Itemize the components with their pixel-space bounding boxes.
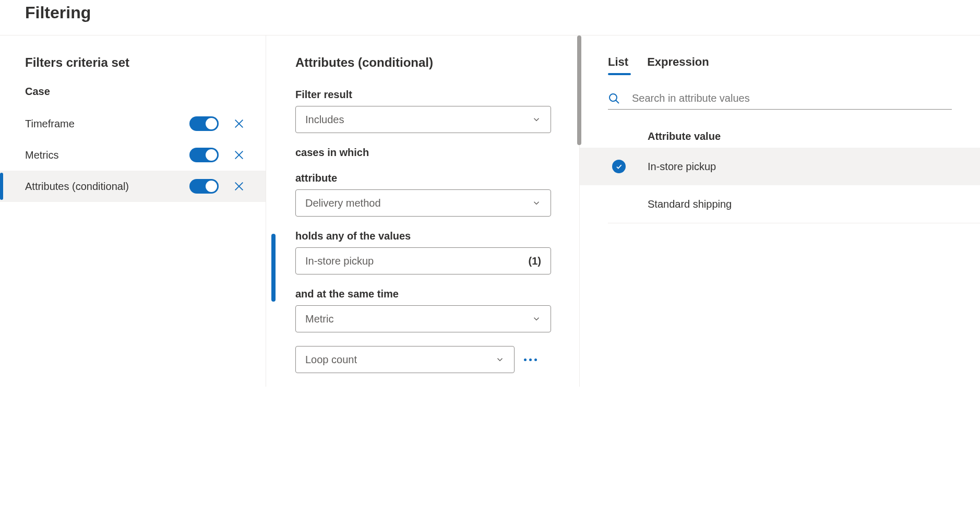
values-panel: List Expression Attribute value In-store… (579, 35, 980, 387)
attribute-filter-title: Attributes (conditional) (295, 55, 579, 70)
search-icon (608, 92, 620, 105)
sametime-select[interactable]: Metric (295, 305, 551, 332)
chevron-down-icon (532, 314, 541, 324)
attribute-value-label: Standard shipping (648, 198, 732, 210)
filter-row-attributes[interactable]: Attributes (conditional) (0, 171, 266, 202)
chevron-down-icon (532, 115, 541, 124)
row-divider (608, 223, 980, 223)
attribute-value-row[interactable]: In-store pickup (580, 148, 980, 185)
attribute-value-header: Attribute value (648, 130, 980, 142)
attribute-value-row[interactable]: Standard shipping (580, 185, 980, 223)
toggle-attributes[interactable] (189, 179, 219, 194)
more-actions-icon[interactable] (524, 358, 537, 361)
attribute-filter-panel: Attributes (conditional) Filter result I… (266, 35, 579, 387)
toggle-metrics[interactable] (189, 148, 219, 162)
extra-condition-select[interactable]: Loop count (295, 346, 515, 373)
attribute-value-label: In-store pickup (648, 161, 716, 173)
remove-timeframe-icon[interactable] (233, 118, 245, 129)
tab-list[interactable]: List (608, 55, 628, 74)
attribute-select[interactable]: Delivery method (295, 189, 551, 217)
tab-expression[interactable]: Expression (647, 55, 709, 74)
attribute-label: attribute (295, 172, 579, 184)
chevron-down-icon (532, 198, 541, 208)
svg-point-6 (609, 94, 617, 101)
svg-line-7 (616, 100, 619, 103)
filters-panel-title: Filters criteria set (25, 55, 266, 70)
remove-metrics-icon[interactable] (233, 149, 245, 161)
toggle-timeframe[interactable] (189, 116, 219, 131)
sametime-label: and at the same time (295, 288, 579, 300)
page-title: Filtering (25, 3, 980, 22)
filters-group-case: Case (25, 86, 266, 98)
remove-attributes-icon[interactable] (233, 181, 245, 192)
filter-result-select[interactable]: Includes (295, 106, 551, 133)
extra-condition-value: Loop count (305, 354, 357, 366)
checkmark-icon (612, 160, 626, 173)
filter-row-timeframe[interactable]: Timeframe (0, 108, 266, 139)
chevron-down-icon (495, 355, 505, 364)
checkmark-empty (612, 197, 626, 211)
holds-value-count: (1) (529, 255, 541, 267)
filter-result-value: Includes (305, 114, 344, 126)
holds-value-text: In-store pickup (305, 255, 374, 267)
holds-label: holds any of the values (295, 230, 579, 242)
filter-label: Timeframe (25, 118, 189, 130)
filters-panel: Filters criteria set Case Timeframe Metr… (0, 35, 266, 387)
attribute-value: Delivery method (305, 197, 381, 209)
filter-label: Metrics (25, 149, 189, 161)
holds-values-box[interactable]: In-store pickup (1) (295, 247, 551, 274)
filter-label: Attributes (conditional) (25, 181, 189, 193)
search-field[interactable] (608, 92, 952, 110)
filter-result-label: Filter result (295, 89, 579, 101)
filter-row-metrics[interactable]: Metrics (0, 139, 266, 171)
sametime-value: Metric (305, 313, 333, 325)
cases-label: cases in which (295, 147, 579, 159)
scrollbar[interactable] (577, 35, 581, 145)
search-input[interactable] (631, 92, 952, 105)
section-indicator (271, 234, 276, 302)
